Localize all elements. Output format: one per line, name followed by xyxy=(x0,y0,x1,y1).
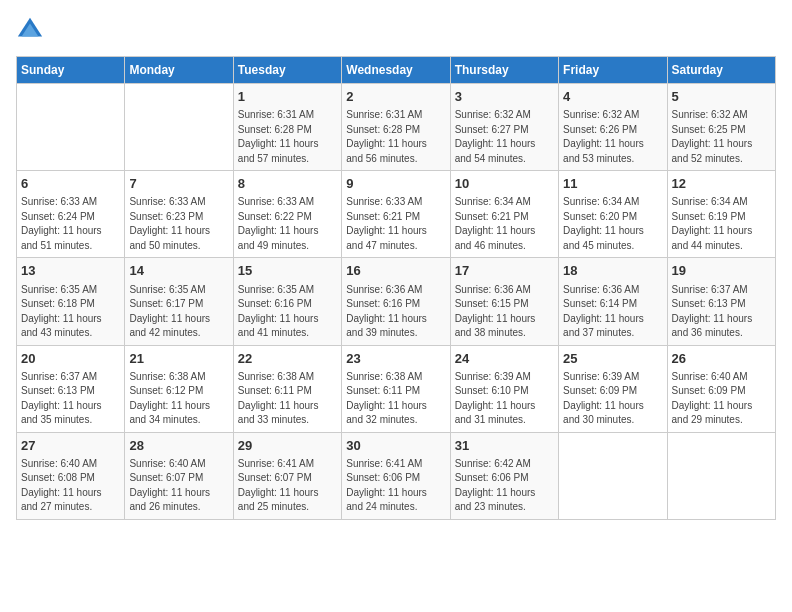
day-number: 18 xyxy=(563,262,662,280)
calendar-cell: 22Sunrise: 6:38 AM Sunset: 6:11 PM Dayli… xyxy=(233,345,341,432)
header-cell-monday: Monday xyxy=(125,57,233,84)
calendar-table: SundayMondayTuesdayWednesdayThursdayFrid… xyxy=(16,56,776,520)
day-number: 6 xyxy=(21,175,120,193)
calendar-cell: 15Sunrise: 6:35 AM Sunset: 6:16 PM Dayli… xyxy=(233,258,341,345)
calendar-cell: 25Sunrise: 6:39 AM Sunset: 6:09 PM Dayli… xyxy=(559,345,667,432)
calendar-cell: 23Sunrise: 6:38 AM Sunset: 6:11 PM Dayli… xyxy=(342,345,450,432)
day-info: Sunrise: 6:36 AM Sunset: 6:14 PM Dayligh… xyxy=(563,283,662,341)
day-number: 8 xyxy=(238,175,337,193)
calendar-cell: 21Sunrise: 6:38 AM Sunset: 6:12 PM Dayli… xyxy=(125,345,233,432)
page-header xyxy=(16,16,776,44)
day-number: 5 xyxy=(672,88,771,106)
day-info: Sunrise: 6:39 AM Sunset: 6:10 PM Dayligh… xyxy=(455,370,554,428)
calendar-cell: 29Sunrise: 6:41 AM Sunset: 6:07 PM Dayli… xyxy=(233,432,341,519)
day-info: Sunrise: 6:35 AM Sunset: 6:18 PM Dayligh… xyxy=(21,283,120,341)
day-number: 1 xyxy=(238,88,337,106)
header-row: SundayMondayTuesdayWednesdayThursdayFrid… xyxy=(17,57,776,84)
day-info: Sunrise: 6:31 AM Sunset: 6:28 PM Dayligh… xyxy=(238,108,337,166)
day-number: 7 xyxy=(129,175,228,193)
day-number: 25 xyxy=(563,350,662,368)
day-info: Sunrise: 6:40 AM Sunset: 6:09 PM Dayligh… xyxy=(672,370,771,428)
calendar-cell xyxy=(667,432,775,519)
day-number: 15 xyxy=(238,262,337,280)
day-info: Sunrise: 6:40 AM Sunset: 6:07 PM Dayligh… xyxy=(129,457,228,515)
day-number: 9 xyxy=(346,175,445,193)
day-number: 24 xyxy=(455,350,554,368)
day-info: Sunrise: 6:32 AM Sunset: 6:26 PM Dayligh… xyxy=(563,108,662,166)
header-cell-thursday: Thursday xyxy=(450,57,558,84)
day-number: 11 xyxy=(563,175,662,193)
day-info: Sunrise: 6:33 AM Sunset: 6:21 PM Dayligh… xyxy=(346,195,445,253)
calendar-cell: 16Sunrise: 6:36 AM Sunset: 6:16 PM Dayli… xyxy=(342,258,450,345)
calendar-cell: 27Sunrise: 6:40 AM Sunset: 6:08 PM Dayli… xyxy=(17,432,125,519)
calendar-cell: 18Sunrise: 6:36 AM Sunset: 6:14 PM Dayli… xyxy=(559,258,667,345)
calendar-cell: 12Sunrise: 6:34 AM Sunset: 6:19 PM Dayli… xyxy=(667,171,775,258)
day-info: Sunrise: 6:34 AM Sunset: 6:20 PM Dayligh… xyxy=(563,195,662,253)
calendar-cell: 26Sunrise: 6:40 AM Sunset: 6:09 PM Dayli… xyxy=(667,345,775,432)
header-cell-tuesday: Tuesday xyxy=(233,57,341,84)
day-number: 13 xyxy=(21,262,120,280)
header-cell-wednesday: Wednesday xyxy=(342,57,450,84)
day-info: Sunrise: 6:37 AM Sunset: 6:13 PM Dayligh… xyxy=(672,283,771,341)
day-info: Sunrise: 6:38 AM Sunset: 6:11 PM Dayligh… xyxy=(238,370,337,428)
calendar-week-2: 6Sunrise: 6:33 AM Sunset: 6:24 PM Daylig… xyxy=(17,171,776,258)
calendar-cell: 31Sunrise: 6:42 AM Sunset: 6:06 PM Dayli… xyxy=(450,432,558,519)
calendar-cell: 5Sunrise: 6:32 AM Sunset: 6:25 PM Daylig… xyxy=(667,84,775,171)
calendar-body: 1Sunrise: 6:31 AM Sunset: 6:28 PM Daylig… xyxy=(17,84,776,520)
day-number: 22 xyxy=(238,350,337,368)
day-info: Sunrise: 6:34 AM Sunset: 6:21 PM Dayligh… xyxy=(455,195,554,253)
day-number: 31 xyxy=(455,437,554,455)
day-info: Sunrise: 6:35 AM Sunset: 6:17 PM Dayligh… xyxy=(129,283,228,341)
day-number: 23 xyxy=(346,350,445,368)
day-info: Sunrise: 6:39 AM Sunset: 6:09 PM Dayligh… xyxy=(563,370,662,428)
day-info: Sunrise: 6:36 AM Sunset: 6:15 PM Dayligh… xyxy=(455,283,554,341)
header-cell-sunday: Sunday xyxy=(17,57,125,84)
calendar-cell: 8Sunrise: 6:33 AM Sunset: 6:22 PM Daylig… xyxy=(233,171,341,258)
calendar-cell: 20Sunrise: 6:37 AM Sunset: 6:13 PM Dayli… xyxy=(17,345,125,432)
calendar-cell: 24Sunrise: 6:39 AM Sunset: 6:10 PM Dayli… xyxy=(450,345,558,432)
day-number: 28 xyxy=(129,437,228,455)
calendar-cell: 28Sunrise: 6:40 AM Sunset: 6:07 PM Dayli… xyxy=(125,432,233,519)
day-number: 19 xyxy=(672,262,771,280)
day-info: Sunrise: 6:37 AM Sunset: 6:13 PM Dayligh… xyxy=(21,370,120,428)
day-info: Sunrise: 6:31 AM Sunset: 6:28 PM Dayligh… xyxy=(346,108,445,166)
day-info: Sunrise: 6:33 AM Sunset: 6:24 PM Dayligh… xyxy=(21,195,120,253)
calendar-header: SundayMondayTuesdayWednesdayThursdayFrid… xyxy=(17,57,776,84)
day-info: Sunrise: 6:42 AM Sunset: 6:06 PM Dayligh… xyxy=(455,457,554,515)
calendar-week-3: 13Sunrise: 6:35 AM Sunset: 6:18 PM Dayli… xyxy=(17,258,776,345)
day-number: 29 xyxy=(238,437,337,455)
calendar-cell: 30Sunrise: 6:41 AM Sunset: 6:06 PM Dayli… xyxy=(342,432,450,519)
calendar-cell xyxy=(125,84,233,171)
calendar-cell: 11Sunrise: 6:34 AM Sunset: 6:20 PM Dayli… xyxy=(559,171,667,258)
day-number: 27 xyxy=(21,437,120,455)
day-info: Sunrise: 6:35 AM Sunset: 6:16 PM Dayligh… xyxy=(238,283,337,341)
calendar-cell: 3Sunrise: 6:32 AM Sunset: 6:27 PM Daylig… xyxy=(450,84,558,171)
day-info: Sunrise: 6:32 AM Sunset: 6:27 PM Dayligh… xyxy=(455,108,554,166)
logo-icon xyxy=(16,16,44,44)
calendar-cell: 7Sunrise: 6:33 AM Sunset: 6:23 PM Daylig… xyxy=(125,171,233,258)
header-cell-friday: Friday xyxy=(559,57,667,84)
day-number: 3 xyxy=(455,88,554,106)
calendar-cell: 1Sunrise: 6:31 AM Sunset: 6:28 PM Daylig… xyxy=(233,84,341,171)
calendar-cell: 17Sunrise: 6:36 AM Sunset: 6:15 PM Dayli… xyxy=(450,258,558,345)
day-number: 30 xyxy=(346,437,445,455)
calendar-cell: 2Sunrise: 6:31 AM Sunset: 6:28 PM Daylig… xyxy=(342,84,450,171)
calendar-cell: 19Sunrise: 6:37 AM Sunset: 6:13 PM Dayli… xyxy=(667,258,775,345)
logo xyxy=(16,16,48,44)
calendar-cell xyxy=(559,432,667,519)
day-number: 12 xyxy=(672,175,771,193)
day-number: 26 xyxy=(672,350,771,368)
calendar-week-4: 20Sunrise: 6:37 AM Sunset: 6:13 PM Dayli… xyxy=(17,345,776,432)
day-info: Sunrise: 6:32 AM Sunset: 6:25 PM Dayligh… xyxy=(672,108,771,166)
day-info: Sunrise: 6:33 AM Sunset: 6:22 PM Dayligh… xyxy=(238,195,337,253)
day-number: 21 xyxy=(129,350,228,368)
day-number: 4 xyxy=(563,88,662,106)
day-number: 20 xyxy=(21,350,120,368)
day-number: 14 xyxy=(129,262,228,280)
calendar-cell: 4Sunrise: 6:32 AM Sunset: 6:26 PM Daylig… xyxy=(559,84,667,171)
calendar-cell: 6Sunrise: 6:33 AM Sunset: 6:24 PM Daylig… xyxy=(17,171,125,258)
day-info: Sunrise: 6:38 AM Sunset: 6:11 PM Dayligh… xyxy=(346,370,445,428)
day-info: Sunrise: 6:36 AM Sunset: 6:16 PM Dayligh… xyxy=(346,283,445,341)
day-info: Sunrise: 6:38 AM Sunset: 6:12 PM Dayligh… xyxy=(129,370,228,428)
day-number: 2 xyxy=(346,88,445,106)
